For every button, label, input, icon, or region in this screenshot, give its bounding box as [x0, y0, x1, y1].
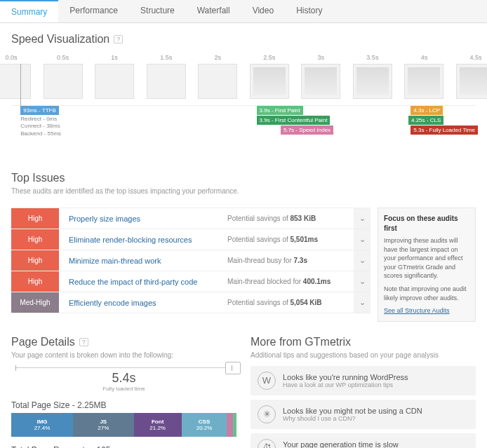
top-issues-title: Top Issues: [11, 172, 65, 184]
tab-waterfall[interactable]: Waterfall: [186, 0, 241, 22]
speed-viz-section: Speed Visualization ?: [0, 23, 487, 54]
more-from-gtmetrix: More from GTmetrix Additional tips and s…: [251, 336, 476, 448]
top-issues-section: Top Issues These audits are identified a…: [0, 162, 487, 208]
req-title: Total Page Requests - 165: [11, 445, 236, 448]
bar-segment: CSS20.2%: [182, 413, 227, 437]
time-tick: 2.5s: [263, 54, 275, 61]
filmstrip-thumb: [198, 64, 237, 99]
top-issues-sub: These audits are identified as the top i…: [11, 187, 476, 195]
more-title: More from GTmetrix: [251, 336, 351, 348]
filmstrip-thumb: [250, 64, 289, 99]
issue-savings: Main-thread busy for 7.3s: [227, 257, 354, 264]
chevron-down-icon[interactable]: ⌄: [354, 208, 371, 229]
tip-icon: ✳: [258, 405, 276, 423]
timing-marker: 5.7s - Speed Index: [281, 125, 333, 135]
tip-item[interactable]: ⏱Your page generation time is slowLearn …: [251, 433, 476, 448]
issue-row: HighMinimize main-thread workMain-thread…: [11, 250, 371, 271]
speed-viz: 0.0s0.5s1s1.5s2s2.5s3s3.5s4s4.5s 93ms - …: [0, 54, 487, 148]
help-icon[interactable]: ?: [114, 35, 123, 43]
slider-handle[interactable]: [225, 362, 241, 374]
page-details-sub: Your page content is broken down into th…: [11, 351, 236, 359]
time-tick: 3s: [318, 54, 325, 61]
tips: WLooks like you're running WordPressHave…: [251, 366, 476, 448]
filmstrip-thumb: [0, 64, 31, 99]
severity-badge: Med-High: [11, 292, 59, 313]
chevron-down-icon[interactable]: ⌄: [354, 292, 371, 313]
page-details-title: Page Details: [11, 336, 75, 348]
chevron-down-icon[interactable]: ⌄: [354, 271, 371, 292]
viz-markers: 93ms - TTFBRedirect - 0msConnect - 38msB…: [11, 106, 476, 148]
timing-marker: 3.9s - First Paint: [257, 106, 303, 115]
issue-row: HighEliminate render-blocking resourcesP…: [11, 229, 371, 250]
issue-row: Med-HighEfficiently encode imagesPotenti…: [11, 292, 371, 313]
timing-marker: 4.3s - LCP: [411, 106, 443, 115]
filmstrip-thumb: [353, 64, 392, 99]
tip-title: Your page generation time is slow: [283, 440, 399, 448]
ttfb-marker: 93ms - TTFB: [20, 106, 59, 115]
filmstrip-thumb: [147, 64, 186, 99]
timing-marker: 3.9s - First Contentful Paint: [257, 116, 331, 125]
filmstrip-thumb: [44, 64, 83, 99]
issue-row: HighProperly size imagesPotential saving…: [11, 208, 371, 229]
chevron-down-icon[interactable]: ⌄: [354, 250, 371, 271]
tab-video[interactable]: Video: [241, 0, 285, 22]
page-details: Page Details ? Your page content is brok…: [11, 336, 236, 448]
issue-row: HighReduce the impact of third-party cod…: [11, 271, 371, 292]
issues-wrap: HighProperly size imagesPotential saving…: [0, 208, 487, 322]
time-tick: 0.5s: [57, 54, 69, 61]
severity-badge: High: [11, 208, 59, 229]
tip-item[interactable]: ✳Looks like you might not be using a CDN…: [251, 400, 476, 429]
severity-badge: High: [11, 271, 59, 292]
tip-icon: ⏱: [258, 439, 276, 448]
tip-sub: Have a look at our WP optimization tips: [283, 381, 408, 388]
bottom: Page Details ? Your page content is brok…: [0, 336, 487, 448]
slider-track: [15, 367, 232, 368]
issue-link[interactable]: Reduce the impact of third-party code: [69, 278, 197, 286]
issue-link[interactable]: Efficiently encode images: [69, 299, 156, 307]
issue-link[interactable]: Properly size images: [69, 215, 140, 223]
issue-savings: Main-thread blocked for 400.1ms: [227, 278, 354, 285]
tip-title: Looks like you're running WordPress: [283, 373, 408, 381]
side-heading: Focus on these audits first: [384, 214, 469, 233]
slider-label: 5.4s Fully loaded time: [11, 371, 236, 392]
time-tick: 0.0s: [5, 54, 17, 61]
bar-segment: IMG27.4%: [11, 413, 73, 437]
severity-badge: High: [11, 229, 59, 250]
help-icon[interactable]: ?: [79, 338, 88, 346]
time-tick: 1s: [111, 54, 118, 61]
tab-performance[interactable]: Performance: [58, 0, 129, 22]
tab-summary[interactable]: Summary: [0, 0, 58, 22]
issue-savings: Potential savings of 853 KiB: [227, 215, 354, 222]
bar-segment: Font21.2%: [134, 413, 182, 437]
time-axis: 0.0s0.5s1s1.5s2s2.5s3s3.5s4s4.5s: [11, 54, 476, 64]
bar-segment: [233, 413, 236, 437]
severity-badge: High: [11, 250, 59, 271]
tip-item[interactable]: WLooks like you're running WordPressHave…: [251, 366, 476, 395]
tip-sub: Why should I use a CDN?: [283, 415, 422, 422]
filmstrip-thumb: [301, 64, 340, 99]
tip-title: Looks like you might not be using a CDN: [283, 407, 422, 415]
issue-link[interactable]: Minimize main-thread work: [69, 257, 161, 265]
timing-marker: 5.3s - Fully Loaded Time: [411, 125, 478, 135]
side-p1: Improving these audits will have the lar…: [384, 236, 469, 280]
filmstrip-thumb: [456, 64, 487, 99]
tab-history[interactable]: History: [285, 0, 333, 22]
speed-viz-title: Speed Visualization: [11, 33, 109, 46]
issues-side: Focus on these audits first Improving th…: [378, 208, 476, 322]
viz-body: [11, 64, 476, 106]
side-link[interactable]: See all Structure Audits: [384, 306, 469, 315]
issue-savings: Potential savings of 5,054 KiB: [227, 299, 354, 306]
issues-table: HighProperly size imagesPotential saving…: [11, 208, 371, 322]
timing-marker: 4.25s - CLS: [408, 116, 443, 125]
size-title: Total Page Size - 2.25MB: [11, 400, 236, 410]
issue-link[interactable]: Eliminate render-blocking resources: [69, 236, 192, 244]
tab-structure[interactable]: Structure: [129, 0, 186, 22]
tip-icon: W: [258, 372, 276, 390]
time-tick: 3.5s: [366, 54, 378, 61]
chevron-down-icon[interactable]: ⌄: [354, 229, 371, 250]
ttfb-stats: Redirect - 0msConnect - 38msBackend - 55…: [20, 116, 61, 137]
time-tick: 1.5s: [160, 54, 172, 61]
loaded-time: 5.4s: [11, 371, 236, 386]
time-tick: 4.5s: [469, 54, 481, 61]
time-tick: 2s: [214, 54, 221, 61]
